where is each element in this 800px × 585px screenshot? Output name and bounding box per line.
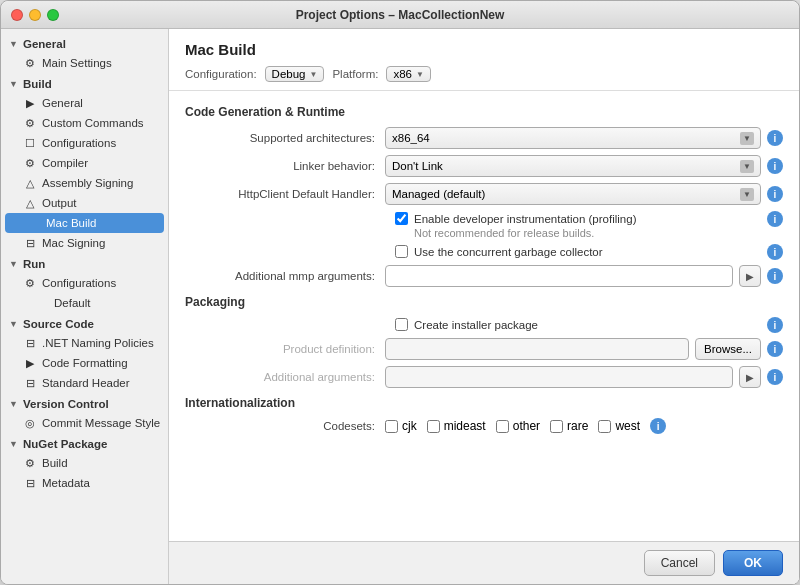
cjk-checkbox[interactable] <box>385 420 398 433</box>
platform-label: Platform: <box>332 68 378 80</box>
codesets-label: Codesets: <box>185 420 385 432</box>
close-button[interactable] <box>11 9 23 21</box>
info-icon: i <box>767 244 783 260</box>
arch-info-button[interactable]: i <box>767 130 783 146</box>
codeset-rare: rare <box>550 419 588 433</box>
sidebar-item-label: Metadata <box>42 477 90 489</box>
gc-checkbox[interactable] <box>395 245 408 258</box>
sidebar-item-label: Compiler <box>42 157 88 169</box>
sidebar-item-label: Configurations <box>42 137 116 149</box>
gc-info-button[interactable]: i <box>767 244 783 260</box>
add-args-control: ▶ i <box>385 366 783 388</box>
list-icon: ⊟ <box>23 476 37 490</box>
window-title: Project Options – MacCollectionNew <box>296 8 505 22</box>
sidebar-item-standard-header[interactable]: ⊟ Standard Header <box>1 373 168 393</box>
gear-icon: ⚙ <box>23 156 37 170</box>
sidebar-group-run-label: Run <box>23 258 45 270</box>
linker-control: Don't Link ▼ i <box>385 155 783 177</box>
sidebar-item-code-formatting[interactable]: ▶ Code Formatting <box>1 353 168 373</box>
rare-checkbox[interactable] <box>550 420 563 433</box>
devtools-label-wrap: Enable developer instrumentation (profil… <box>414 211 636 239</box>
devtools-checkbox[interactable] <box>395 212 408 225</box>
sidebar-group-vc-label: Version Control <box>23 398 109 410</box>
sidebar-item-label: Custom Commands <box>42 117 144 129</box>
http-dropdown[interactable]: Managed (default) ▼ <box>385 183 761 205</box>
arrow-icon: ▼ <box>9 39 19 49</box>
config-dropdown[interactable]: Debug ▼ <box>265 66 325 82</box>
linker-dropdown[interactable]: Don't Link ▼ <box>385 155 761 177</box>
mmp-add-button[interactable]: ▶ <box>739 265 761 287</box>
codesets-info-button[interactable]: i <box>650 418 666 434</box>
sidebar-group-general-label: General <box>23 38 66 50</box>
config-label: Configuration: <box>185 68 257 80</box>
product-def-info-button[interactable]: i <box>767 341 783 357</box>
sidebar-group-version-control[interactable]: ▼ Version Control <box>1 395 168 413</box>
sidebar-item-label: Build <box>42 457 68 469</box>
config-value: Debug <box>272 68 306 80</box>
west-checkbox[interactable] <box>598 420 611 433</box>
add-args-info-button[interactable]: i <box>767 369 783 385</box>
sidebar-section-nuget: ▼ NuGet Package ⚙ Build ⊟ Metadata <box>1 435 168 493</box>
mmp-info-button[interactable]: i <box>767 268 783 284</box>
platform-value: x86 <box>393 68 412 80</box>
sidebar-group-build[interactable]: ▼ Build <box>1 75 168 93</box>
mmp-input[interactable]: --aot:all <box>385 265 733 287</box>
sidebar-item-mac-build[interactable]: Mac Build <box>5 213 164 233</box>
mideast-checkbox[interactable] <box>427 420 440 433</box>
sidebar-item-label: Code Formatting <box>42 357 128 369</box>
sidebar: ▼ General ⚙ Main Settings ▼ Build ▶ Gene… <box>1 29 169 584</box>
sidebar-item-mac-signing[interactable]: ⊟ Mac Signing <box>1 233 168 253</box>
sidebar-group-source-code[interactable]: ▼ Source Code <box>1 315 168 333</box>
sidebar-item-configurations[interactable]: ☐ Configurations <box>1 133 168 153</box>
linker-info-button[interactable]: i <box>767 158 783 174</box>
add-args-add-button[interactable]: ▶ <box>739 366 761 388</box>
maximize-button[interactable] <box>47 9 59 21</box>
sidebar-item-build-general[interactable]: ▶ General <box>1 93 168 113</box>
http-info-button[interactable]: i <box>767 186 783 202</box>
arrow-icon: ▼ <box>9 439 19 449</box>
devtools-info-button[interactable]: i <box>767 211 783 227</box>
sidebar-item-naming-policies[interactable]: ⊟ .NET Naming Policies <box>1 333 168 353</box>
mmp-control: --aot:all ▶ i <box>385 265 783 287</box>
codeset-cjk: cjk <box>385 419 417 433</box>
platform-dropdown[interactable]: x86 ▼ <box>386 66 430 82</box>
footer: Cancel OK <box>169 541 799 584</box>
installer-checkbox[interactable] <box>395 318 408 331</box>
sidebar-item-assembly-signing[interactable]: △ Assembly Signing <box>1 173 168 193</box>
main-header: Mac Build Configuration: Debug ▼ Platfor… <box>169 29 799 91</box>
cjk-label: cjk <box>402 419 417 433</box>
add-args-row: Additional arguments: ▶ i <box>185 366 783 388</box>
sidebar-item-label: Standard Header <box>42 377 130 389</box>
sidebar-group-nuget[interactable]: ▼ NuGet Package <box>1 435 168 453</box>
product-def-input[interactable] <box>385 338 689 360</box>
arch-dropdown[interactable]: x86_64 ▼ <box>385 127 761 149</box>
browse-button[interactable]: Browse... <box>695 338 761 360</box>
sidebar-item-run-configurations[interactable]: ⚙ Configurations <box>1 273 168 293</box>
installer-info-button[interactable]: i <box>767 317 783 333</box>
sidebar-item-nuget-metadata[interactable]: ⊟ Metadata <box>1 473 168 493</box>
ok-button[interactable]: OK <box>723 550 783 576</box>
sidebar-item-nuget-build[interactable]: ⚙ Build <box>1 453 168 473</box>
cancel-button[interactable]: Cancel <box>644 550 715 576</box>
linker-label: Linker behavior: <box>185 160 385 172</box>
sidebar-item-output[interactable]: △ Output <box>1 193 168 213</box>
codesets-items: cjk mideast other <box>385 418 666 434</box>
sidebar-item-custom-commands[interactable]: ⚙ Custom Commands <box>1 113 168 133</box>
sidebar-section-build: ▼ Build ▶ General ⚙ Custom Commands ☐ Co… <box>1 75 168 253</box>
mac-build-icon <box>27 216 41 230</box>
add-args-input[interactable] <box>385 366 733 388</box>
sidebar-section-source-code: ▼ Source Code ⊟ .NET Naming Policies ▶ C… <box>1 315 168 393</box>
info-icon: i <box>767 211 783 227</box>
sidebar-group-run[interactable]: ▼ Run <box>1 255 168 273</box>
triangle-icon: △ <box>23 196 37 210</box>
sidebar-item-compiler[interactable]: ⚙ Compiler <box>1 153 168 173</box>
other-checkbox[interactable] <box>496 420 509 433</box>
minimize-button[interactable] <box>29 9 41 21</box>
sidebar-item-commit-message-style[interactable]: ◎ Commit Message Style <box>1 413 168 433</box>
other-label: other <box>513 419 540 433</box>
sidebar-group-general[interactable]: ▼ General <box>1 35 168 53</box>
sidebar-item-label: Mac Signing <box>42 237 105 249</box>
sidebar-item-run-default[interactable]: Default <box>1 293 168 313</box>
sidebar-item-main-settings[interactable]: ⚙ Main Settings <box>1 53 168 73</box>
codeset-mideast: mideast <box>427 419 486 433</box>
